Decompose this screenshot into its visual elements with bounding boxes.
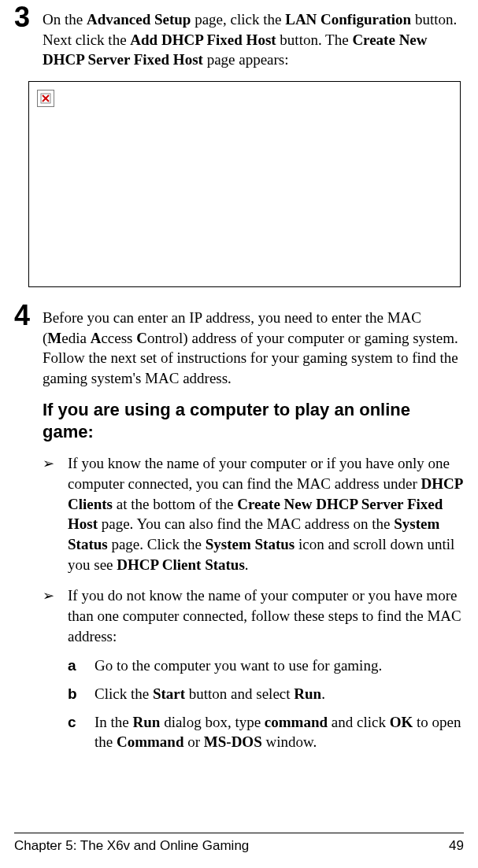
sub-letter: a	[68, 656, 91, 676]
page-number: 49	[449, 838, 464, 854]
sub-text: Go to the computer you want to use for g…	[94, 656, 382, 676]
page-footer: Chapter 5: The X6v and Online Gaming 49	[14, 833, 464, 854]
subheading: If you are using a computer to play an o…	[43, 399, 464, 442]
broken-image-icon	[37, 90, 54, 107]
sub-item-c: c In the Run dialog box, type command an…	[68, 712, 464, 752]
bullet-text: If you know the name of your computer or…	[68, 453, 464, 574]
step-4: 4 Before you can enter an IP address, yo…	[14, 305, 464, 389]
bullet-text: If you do not know the name of your comp…	[68, 585, 464, 759]
sub-text: Click the Start button and select Run.	[94, 684, 325, 704]
arrow-icon: ➢	[43, 454, 57, 473]
sub-list: a Go to the computer you want to use for…	[68, 656, 464, 752]
step-body: Before you can enter an IP address, you …	[43, 305, 464, 389]
list-item: ➢ If you know the name of your computer …	[43, 453, 464, 574]
step-number: 3	[14, 3, 38, 31]
sub-letter: c	[68, 712, 91, 733]
step-body: On the Advanced Setup page, click the LA…	[43, 6, 464, 70]
sub-letter: b	[68, 684, 91, 704]
sub-text: In the Run dialog box, type command and …	[94, 712, 464, 752]
list-item: ➢ If you do not know the name of your co…	[43, 585, 464, 759]
step-number: 4	[14, 301, 38, 330]
arrow-icon: ➢	[43, 586, 57, 605]
chapter-title: Chapter 5: The X6v and Online Gaming	[14, 838, 249, 854]
screenshot-placeholder	[28, 81, 461, 287]
sub-item-a: a Go to the computer you want to use for…	[68, 656, 464, 676]
step-3: 3 On the Advanced Setup page, click the …	[14, 6, 464, 70]
bullet-list: ➢ If you know the name of your computer …	[43, 453, 464, 759]
sub-item-b: b Click the Start button and select Run.	[68, 684, 464, 704]
